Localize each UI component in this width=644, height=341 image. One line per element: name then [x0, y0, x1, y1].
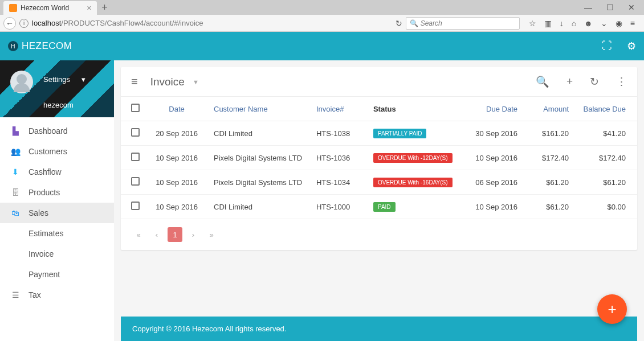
footer: Copyright © 2016 Hezecom All rights rese…: [121, 317, 637, 341]
cell-status: PAID: [368, 195, 460, 219]
row-checkbox[interactable]: [131, 153, 140, 161]
page-current[interactable]: 1: [168, 227, 182, 242]
cell-customer: Pixels Digital Systems LTD: [208, 170, 311, 195]
site-info-icon[interactable]: i: [19, 19, 28, 28]
cell-balance: $41.20: [574, 121, 637, 146]
face-icon[interactable]: ☻: [584, 19, 593, 28]
search-input[interactable]: [421, 19, 516, 27]
cell-due: 30 Sep 2016: [460, 121, 523, 146]
brand-text: HEZECOM: [22, 40, 72, 52]
customers-icon: 👥: [10, 147, 21, 156]
pagination: « ‹ 1 › »: [121, 219, 637, 250]
cell-customer: CDI Limited: [208, 195, 311, 219]
sidebar-item-cashflow[interactable]: ⬇Cashflow: [0, 162, 114, 182]
sidebar: Settings ▾ hezecom ▙Dashboard 👥Customers…: [0, 60, 114, 341]
minimize-window-button[interactable]: —: [584, 3, 592, 12]
cell-amount: $161.20: [523, 121, 574, 146]
more-action-icon[interactable]: ⋮: [616, 75, 627, 88]
col-due[interactable]: Due Date: [460, 97, 523, 121]
maximize-window-button[interactable]: ☐: [606, 3, 614, 12]
dashboard-icon: ▙: [10, 126, 21, 135]
app-header: H HEZECOM ⛶ ⚙: [0, 32, 644, 60]
add-action-icon[interactable]: +: [566, 75, 573, 88]
fullscreen-icon[interactable]: ⛶: [602, 40, 612, 52]
sidebar-item-sales[interactable]: 🛍Sales: [0, 203, 114, 223]
table-row[interactable]: 10 Sep 2016Pixels Digital Systems LTDHTS…: [121, 170, 637, 195]
cell-status: OVERDUE With -16DAY(S): [368, 170, 460, 195]
cell-balance: $61.20: [574, 170, 637, 195]
sidebar-item-invoice[interactable]: Invoice: [0, 244, 114, 264]
page-first[interactable]: «: [131, 227, 146, 242]
sidebar-item-customers[interactable]: 👥Customers: [0, 141, 114, 162]
page-last[interactable]: »: [204, 227, 219, 242]
bookmark-icon[interactable]: ☆: [529, 19, 536, 28]
new-tab-button[interactable]: +: [97, 2, 112, 14]
table-row[interactable]: 20 Sep 2016CDI LimitedHTS-1038PARTIALLY …: [121, 121, 637, 146]
back-button[interactable]: ←: [3, 17, 16, 30]
close-tab-icon[interactable]: ×: [87, 3, 91, 13]
cell-customer: Pixels Digital Systems LTD: [208, 146, 311, 170]
status-badge: OVERDUE With -16DAY(S): [373, 178, 453, 187]
sidebar-item-payment[interactable]: Payment: [0, 264, 114, 285]
settings-gear-icon[interactable]: ⚙: [627, 40, 636, 52]
row-checkbox[interactable]: [131, 177, 140, 186]
page-next[interactable]: ›: [186, 227, 201, 242]
cell-due: 10 Sep 2016: [460, 195, 523, 219]
sidebar-item-tax[interactable]: ☰Tax: [0, 285, 114, 305]
address-bar[interactable]: localhost/PRODUCTS/CashFlow4/account/#/i…: [32, 19, 203, 27]
browser-search[interactable]: 🔍: [406, 17, 520, 30]
page-prev[interactable]: ‹: [149, 227, 164, 242]
col-balance[interactable]: Balance Due: [574, 97, 637, 121]
tax-icon: ☰: [10, 290, 21, 299]
col-date[interactable]: Date: [145, 97, 208, 121]
browser-nav-bar: ← i localhost/PRODUCTS/CashFlow4/account…: [0, 15, 644, 32]
reload-button[interactable]: ↻: [396, 19, 402, 28]
avatar[interactable]: [10, 71, 33, 93]
sidebar-item-products[interactable]: 🗄Products: [0, 182, 114, 203]
cell-invoice: HTS-1038: [311, 121, 368, 146]
row-checkbox[interactable]: [131, 128, 140, 137]
sidebar-header: Settings ▾ hezecom: [0, 60, 114, 117]
cell-date: 10 Sep 2016: [145, 146, 208, 170]
sidebar-item-estimates[interactable]: Estimates: [0, 223, 114, 244]
shield-icon[interactable]: ◉: [616, 19, 622, 28]
app-logo[interactable]: H HEZECOM: [8, 40, 72, 52]
status-badge: PARTIALLY PAID: [373, 129, 426, 138]
cashflow-icon: ⬇: [10, 167, 21, 176]
home-icon[interactable]: ⌂: [572, 19, 576, 28]
menu-icon[interactable]: ≡: [630, 19, 635, 28]
sidebar-item-dashboard[interactable]: ▙Dashboard: [0, 121, 114, 141]
pocket-icon[interactable]: ⌄: [601, 19, 608, 28]
settings-dropdown[interactable]: Settings ▾: [43, 75, 85, 84]
table-row[interactable]: 10 Sep 2016Pixels Digital Systems LTDHTS…: [121, 146, 637, 170]
chevron-down-icon: ▾: [81, 75, 85, 84]
close-window-button[interactable]: ✕: [628, 3, 635, 12]
cell-status: PARTIALLY PAID: [368, 121, 460, 146]
col-invoice[interactable]: Invoice#: [311, 97, 368, 121]
select-all-checkbox[interactable]: [131, 104, 140, 112]
col-amount[interactable]: Amount: [523, 97, 574, 121]
sales-icon: 🛍: [10, 208, 21, 217]
refresh-action-icon[interactable]: ↻: [590, 75, 599, 88]
status-badge: PAID: [373, 202, 396, 212]
browser-tab[interactable]: Hezecom World ×: [3, 1, 97, 15]
cell-amount: $61.20: [523, 195, 574, 219]
col-status[interactable]: Status: [368, 97, 460, 121]
cell-status: OVERDUE With -12DAY(S): [368, 146, 460, 170]
cell-invoice: HTS-1036: [311, 146, 368, 170]
logo-badge-icon: H: [8, 41, 18, 51]
fab-add-button[interactable]: +: [597, 294, 627, 324]
download-icon[interactable]: ↓: [560, 19, 564, 28]
cell-balance: $0.00: [574, 195, 637, 219]
cell-invoice: HTS-1000: [311, 195, 368, 219]
cell-due: 10 Sep 2016: [460, 146, 523, 170]
table-row[interactable]: 10 Sep 2016CDI LimitedHTS-1000PAID10 Sep…: [121, 195, 637, 219]
cell-invoice: HTS-1034: [311, 170, 368, 195]
search-icon: 🔍: [410, 19, 418, 27]
library-icon[interactable]: ▥: [544, 19, 552, 28]
page-title[interactable]: Invoice ▼: [150, 76, 199, 88]
row-checkbox[interactable]: [131, 202, 140, 210]
card-menu-icon[interactable]: ≡: [131, 75, 138, 88]
col-customer[interactable]: Customer Name: [208, 97, 311, 121]
search-action-icon[interactable]: 🔍: [536, 75, 549, 88]
